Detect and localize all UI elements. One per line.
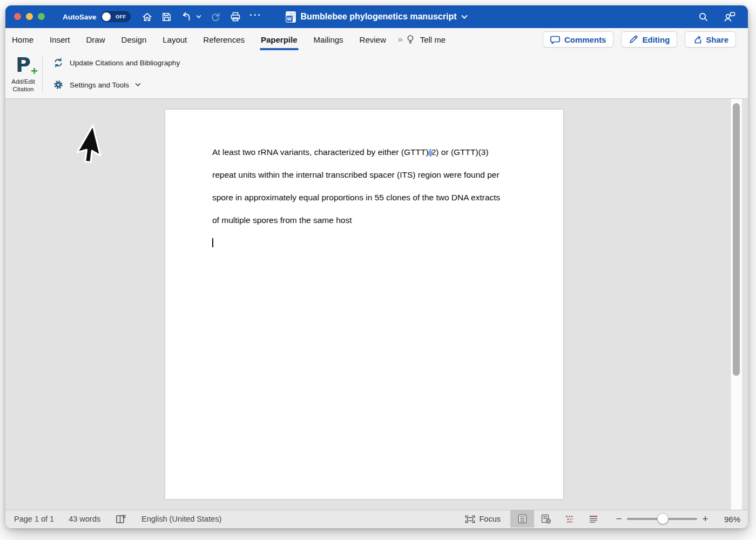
scrollbar-thumb[interactable]	[733, 103, 740, 376]
page-indicator[interactable]: Page 1 of 1	[14, 515, 54, 523]
word-document-icon: W	[286, 11, 296, 23]
settings-and-tools-button[interactable]: Settings and Tools	[53, 79, 141, 90]
tab-design[interactable]: Design	[122, 33, 147, 46]
tab-insert[interactable]: Insert	[50, 33, 70, 46]
title-chevron-down-icon[interactable]	[461, 15, 468, 19]
document-page[interactable]: At least two rRNA variants, characterize…	[165, 110, 563, 499]
more-commands-icon[interactable]: ···	[249, 10, 262, 24]
update-citations-button[interactable]: Update Citations and Bibliography	[53, 57, 180, 68]
text-line-3[interactable]: spore in approximately equal proportions…	[212, 186, 542, 209]
search-icon[interactable]	[698, 11, 709, 23]
editing-button-label: Editing	[642, 35, 670, 44]
word-window: AutoSave OFF ·	[5, 5, 748, 528]
zoom-out-button[interactable]: −	[614, 513, 624, 525]
paperpile-ribbon: P+ Add/Edit Citation Update Citations an…	[5, 51, 748, 99]
lightbulb-icon	[406, 34, 415, 45]
tab-draw[interactable]: Draw	[86, 33, 105, 46]
save-icon[interactable]	[161, 11, 172, 23]
proofing-status-icon[interactable]	[115, 514, 127, 524]
autosave-toggle[interactable]: OFF	[101, 11, 131, 22]
document-title[interactable]: Bumblebee phylogenetics manuscript	[301, 12, 457, 22]
share-button[interactable]: Share	[685, 31, 736, 48]
vertical-scrollbar[interactable]	[731, 99, 742, 510]
focus-icon	[465, 515, 475, 523]
word-count[interactable]: 43 words	[69, 515, 100, 523]
text-cursor	[212, 238, 213, 247]
share-button-label: Share	[706, 35, 728, 44]
zoom-slider-thumb[interactable]	[657, 513, 669, 524]
focus-button[interactable]: Focus	[465, 515, 501, 523]
comments-button-label: Comments	[564, 35, 606, 44]
home-icon[interactable]	[141, 11, 153, 23]
tab-references[interactable]: References	[203, 33, 245, 46]
focus-label: Focus	[480, 515, 501, 523]
comment-icon	[550, 35, 561, 44]
mouse-cursor-icon	[71, 123, 109, 169]
tab-layout[interactable]: Layout	[163, 33, 187, 46]
comments-button[interactable]: Comments	[543, 31, 614, 48]
autosave-label: AutoSave	[63, 13, 96, 21]
traffic-lights	[14, 13, 45, 20]
settings-and-tools-label: Settings and Tools	[70, 81, 129, 89]
minimize-window-button[interactable]	[26, 13, 33, 20]
add-edit-citation-button[interactable]: P+ Add/Edit Citation	[5, 53, 41, 93]
outline-view-button[interactable]	[558, 510, 582, 528]
tell-me-label[interactable]: Tell me	[420, 35, 446, 44]
zoom-in-button[interactable]: +	[700, 513, 710, 525]
ribbon-tab-bar: Home Insert Draw Design Layout Reference…	[5, 28, 748, 51]
tab-review[interactable]: Review	[360, 33, 386, 46]
outline-view-icon	[564, 514, 575, 524]
print-layout-icon	[517, 514, 528, 524]
undo-dropdown-chevron-icon[interactable]	[196, 15, 201, 19]
presence-share-icon[interactable]	[723, 11, 736, 23]
pencil-icon	[629, 35, 638, 44]
editing-button[interactable]: Editing	[621, 31, 677, 48]
print-layout-view-button[interactable]	[510, 510, 534, 528]
zoom-percentage[interactable]: 96%	[710, 515, 740, 524]
zoom-control: − + 96%	[614, 513, 740, 525]
toggle-knob	[102, 12, 111, 21]
tab-home[interactable]: Home	[12, 33, 33, 46]
tab-overflow-chevron-icon[interactable]: »	[398, 35, 402, 44]
document-text[interactable]: At least two rRNA variants, characterize…	[212, 141, 542, 254]
paperpile-logo-icon: P+	[16, 53, 31, 77]
title-bar: AutoSave OFF ·	[5, 5, 748, 28]
print-icon[interactable]	[230, 11, 241, 23]
zoom-slider[interactable]	[627, 518, 697, 520]
citation-field-marker[interactable]: (	[429, 147, 431, 157]
tab-mailings[interactable]: Mailings	[314, 33, 343, 46]
autosave-state: OFF	[116, 14, 126, 19]
draft-view-icon	[588, 515, 599, 523]
text-line-5	[212, 232, 542, 254]
add-edit-citation-label: Add/Edit Citation	[5, 78, 41, 93]
close-window-button[interactable]	[14, 13, 21, 20]
zoom-window-button[interactable]	[38, 13, 45, 20]
gear-icon	[53, 79, 64, 90]
tab-paperpile-active[interactable]: Paperpile	[261, 33, 298, 46]
text-line-4[interactable]: of multiple spores from the same host	[212, 209, 542, 232]
draft-view-button[interactable]	[582, 510, 605, 528]
update-citations-label: Update Citations and Bibliography	[70, 59, 180, 67]
undo-icon[interactable]	[180, 11, 192, 23]
refresh-icon	[53, 57, 64, 68]
language-indicator[interactable]: English (United States)	[141, 515, 221, 523]
text-line-1[interactable]: At least two rRNA variants, characterize…	[212, 141, 542, 164]
web-layout-icon	[541, 514, 552, 524]
web-layout-view-button[interactable]	[534, 510, 558, 528]
document-canvas: At least two rRNA variants, characterize…	[5, 99, 748, 510]
redo-icon-disabled	[210, 11, 221, 23]
share-icon	[692, 35, 702, 44]
status-bar: Page 1 of 1 43 words English (United Sta…	[5, 510, 748, 528]
text-line-2[interactable]: repeat units within the internal transcr…	[212, 164, 542, 186]
ribbon-group-divider	[42, 55, 43, 93]
settings-chevron-down-icon	[135, 83, 141, 87]
